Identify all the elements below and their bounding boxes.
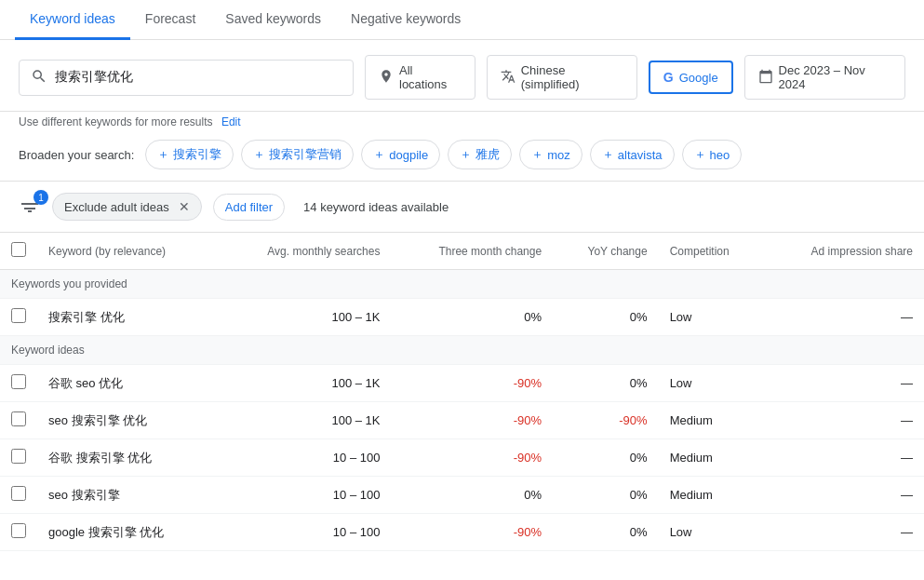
filter-bar: 1 Exclude adult ideas ✕ Add filter 14 ke… xyxy=(0,182,924,233)
row-avg-searches-1-3: 10 – 100 xyxy=(217,477,391,514)
table-row: 搜索引擎 优化 100 – 1K 0% 0% Low — xyxy=(0,299,924,336)
tab-keyword-ideas[interactable]: Keyword ideas xyxy=(15,0,130,40)
row-three-month-1-1: -90% xyxy=(391,402,553,439)
plus-icon-3: ＋ xyxy=(460,146,472,163)
row-competition-1-0: Low xyxy=(659,365,764,402)
row-three-month-1-2: -90% xyxy=(391,439,553,477)
google-icon: G xyxy=(663,70,674,85)
plus-icon-0: ＋ xyxy=(157,146,169,163)
row-checkbox-1-3[interactable] xyxy=(0,477,37,514)
row-competition-1-1: Medium xyxy=(659,402,764,439)
plus-icon-5: ＋ xyxy=(602,146,614,163)
broaden-chip-4[interactable]: ＋ moz xyxy=(519,140,583,169)
broaden-chip-1[interactable]: ＋ 搜索引擎营销 xyxy=(241,140,354,169)
table-row: google 搜索引擎 优化 10 – 100 -90% 0% Low — xyxy=(0,514,924,551)
section-header-0: Keywords you provided xyxy=(0,270,924,299)
header-avg-searches[interactable]: Avg. monthly searches xyxy=(217,233,391,270)
row-avg-searches-1-4: 10 – 100 xyxy=(217,514,391,551)
broaden-label: Broaden your search: xyxy=(19,148,134,162)
tab-saved-keywords[interactable]: Saved keywords xyxy=(210,0,336,40)
network-filter[interactable]: G Google xyxy=(649,61,733,94)
broaden-chip-label-1: 搜索引擎营销 xyxy=(269,146,341,163)
row-three-month-1-0: -90% xyxy=(391,365,553,402)
broaden-chip-label-4: moz xyxy=(547,148,570,162)
row-keyword-1-4: google 搜索引擎 优化 xyxy=(37,514,217,551)
language-filter[interactable]: Chinese (simplified) xyxy=(487,55,637,100)
section-header-1: Keyword ideas xyxy=(0,336,924,365)
language-icon xyxy=(501,69,516,87)
row-ad-impression-1-0: — xyxy=(764,365,924,402)
keyword-table: Keyword (by relevance) Avg. monthly sear… xyxy=(0,233,924,551)
calendar-icon xyxy=(758,69,773,87)
header-three-month[interactable]: Three month change xyxy=(391,233,553,270)
checkbox-1-2[interactable] xyxy=(11,449,26,464)
checkbox-1-0[interactable] xyxy=(11,374,26,389)
broaden-chip-6[interactable]: ＋ heo xyxy=(682,140,743,169)
checkbox-1-4[interactable] xyxy=(11,523,26,538)
broaden-search-bar: Broaden your search: ＋ 搜索引擎 ＋ 搜索引擎营销 ＋ d… xyxy=(0,132,924,182)
row-checkbox-1-0[interactable] xyxy=(0,365,37,402)
section-header-label-0: Keywords you provided xyxy=(0,270,924,299)
row-keyword-1-1: seo 搜索引擎 优化 xyxy=(37,402,217,439)
exclude-chip-label: Exclude adult ideas xyxy=(64,200,169,214)
broaden-chip-0[interactable]: ＋ 搜索引擎 xyxy=(145,140,234,169)
broaden-chip-2[interactable]: ＋ dogpile xyxy=(361,140,440,169)
search-box[interactable] xyxy=(19,60,354,96)
plus-icon-4: ＋ xyxy=(531,146,543,163)
keyword-count-label: 14 keyword ideas available xyxy=(303,200,449,214)
exclude-adult-chip[interactable]: Exclude adult ideas ✕ xyxy=(52,193,202,221)
language-label: Chinese (simplified) xyxy=(521,63,623,91)
row-checkbox-0-0[interactable] xyxy=(0,299,37,336)
header-competition[interactable]: Competition xyxy=(659,233,764,270)
date-range-picker[interactable]: Dec 2023 – Nov 2024 xyxy=(744,55,905,100)
row-competition-1-4: Low xyxy=(659,514,764,551)
row-ad-impression-0-0: — xyxy=(764,299,924,336)
row-yoy-0-0: 0% xyxy=(553,299,659,336)
row-checkbox-1-2[interactable] xyxy=(0,439,37,477)
tabs-container: Keyword ideas Forecast Saved keywords Ne… xyxy=(0,0,924,40)
row-avg-searches-1-1: 100 – 1K xyxy=(217,402,391,439)
chip-close-icon[interactable]: ✕ xyxy=(179,199,190,214)
add-filter-button[interactable]: Add filter xyxy=(213,194,285,221)
network-label: Google xyxy=(679,71,718,85)
broaden-chip-5[interactable]: ＋ altavista xyxy=(590,140,675,169)
location-label: All locations xyxy=(399,63,462,91)
header-yoy[interactable]: YoY change xyxy=(553,233,659,270)
row-three-month-0-0: 0% xyxy=(391,299,553,336)
select-all-checkbox[interactable] xyxy=(11,242,26,257)
broaden-chip-label-6: heo xyxy=(710,148,730,162)
checkbox-0-0[interactable] xyxy=(11,308,26,323)
search-input[interactable] xyxy=(55,70,341,85)
edit-link[interactable]: Edit xyxy=(221,115,241,128)
row-competition-1-3: Medium xyxy=(659,477,764,514)
checkbox-1-1[interactable] xyxy=(11,411,26,426)
search-icon xyxy=(31,68,47,88)
row-keyword-1-3: seo 搜索引擎 xyxy=(37,477,217,514)
plus-icon-6: ＋ xyxy=(694,146,706,163)
header-keyword[interactable]: Keyword (by relevance) xyxy=(37,233,217,270)
filter-icon-button[interactable]: 1 xyxy=(19,196,41,218)
row-three-month-1-4: -90% xyxy=(391,514,553,551)
broaden-chip-3[interactable]: ＋ 雅虎 xyxy=(448,140,512,169)
keyword-table-container: Keyword (by relevance) Avg. monthly sear… xyxy=(0,233,924,551)
tab-bar: Keyword ideas Forecast Saved keywords Ne… xyxy=(0,0,924,40)
date-range-label: Dec 2023 – Nov 2024 xyxy=(779,63,891,91)
tab-negative-keywords[interactable]: Negative keywords xyxy=(336,0,475,40)
search-area: All locations Chinese (simplified) G Goo… xyxy=(0,40,924,112)
table-row: seo 搜索引擎 10 – 100 0% 0% Medium — xyxy=(0,477,924,514)
table-header-row: Keyword (by relevance) Avg. monthly sear… xyxy=(0,233,924,270)
header-ad-impression[interactable]: Ad impression share xyxy=(764,233,924,270)
tab-forecast[interactable]: Forecast xyxy=(130,0,210,40)
row-avg-searches-1-2: 10 – 100 xyxy=(217,439,391,477)
row-yoy-1-2: 0% xyxy=(553,439,659,477)
location-filter[interactable]: All locations xyxy=(365,55,475,100)
row-yoy-1-3: 0% xyxy=(553,477,659,514)
row-ad-impression-1-1: — xyxy=(764,402,924,439)
broaden-chip-label-3: 雅虎 xyxy=(475,146,500,163)
checkbox-1-3[interactable] xyxy=(11,486,26,501)
row-ad-impression-1-3: — xyxy=(764,477,924,514)
row-checkbox-1-4[interactable] xyxy=(0,514,37,551)
row-checkbox-1-1[interactable] xyxy=(0,402,37,439)
row-competition-0-0: Low xyxy=(659,299,764,336)
edit-hint-bar: Use different keywords for more results … xyxy=(0,112,924,132)
